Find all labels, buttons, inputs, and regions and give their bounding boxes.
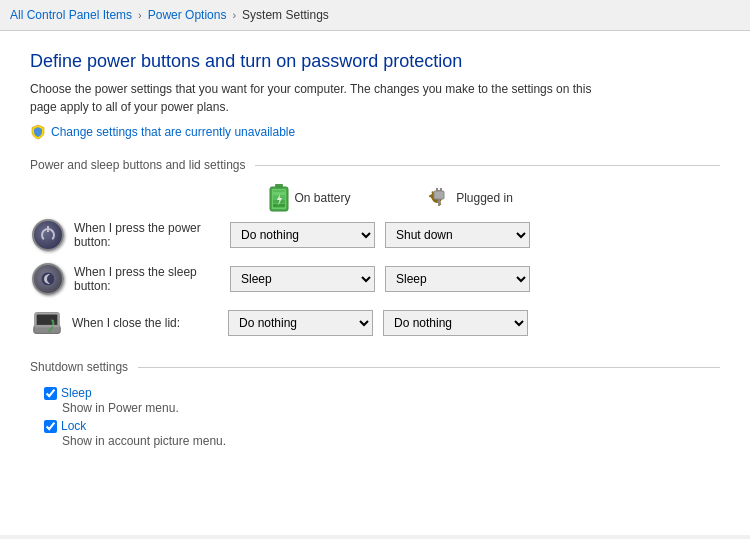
shutdown-section-header: Shutdown settings — [30, 360, 720, 374]
sleep-checkbox-wrapper: Sleep Show in Power menu. — [44, 386, 720, 415]
battery-icon — [269, 184, 289, 212]
svg-rect-7 — [273, 192, 285, 195]
sleep-button-row: When I press the sleep button: Do nothin… — [30, 260, 720, 298]
svg-point-13 — [41, 272, 55, 286]
change-settings-link[interactable]: Change settings that are currently unava… — [30, 124, 720, 140]
sleep-sublabel: Show in Power menu. — [62, 401, 720, 415]
main-content: Define power buttons and turn on passwor… — [0, 31, 750, 535]
breadcrumb-power-options[interactable]: Power Options — [148, 8, 227, 22]
sleep-battery-select[interactable]: Do nothing Sleep Hibernate Shut down Tur… — [230, 266, 375, 292]
lid-row: When I close the lid: Do nothing Sleep H… — [30, 304, 720, 342]
sleep-button-icon — [30, 261, 66, 297]
shutdown-section: Shutdown settings Sleep Show in Power me… — [30, 360, 720, 448]
breadcrumb-sep-2: › — [232, 9, 236, 21]
power-battery-select[interactable]: Do nothing Sleep Hibernate Shut down Tur… — [230, 222, 375, 248]
col-battery-label: On battery — [294, 191, 350, 205]
svg-rect-4 — [273, 204, 285, 207]
lid-icon — [30, 307, 64, 339]
lock-checkbox[interactable] — [44, 420, 57, 433]
shutdown-divider-line — [138, 367, 720, 368]
sleep-button-dropdowns: Do nothing Sleep Hibernate Shut down Tur… — [230, 266, 530, 292]
col-battery: On battery — [230, 184, 390, 212]
power-pluggedin-select[interactable]: Do nothing Sleep Hibernate Shut down Tur… — [385, 222, 530, 248]
lock-checkbox-wrapper: Lock Show in account picture menu. — [44, 419, 720, 448]
power-sleep-section-header: Power and sleep buttons and lid settings — [30, 158, 720, 172]
sleep-checkbox-row: Sleep — [44, 386, 720, 400]
breadcrumb-all-control-panel[interactable]: All Control Panel Items — [10, 8, 132, 22]
lock-checkbox-label[interactable]: Lock — [61, 419, 86, 433]
section-divider-line — [255, 165, 720, 166]
lock-sublabel: Show in account picture menu. — [62, 434, 720, 448]
breadcrumb-current: System Settings — [242, 8, 329, 22]
sleep-pluggedin-select[interactable]: Do nothing Sleep Hibernate Shut down Tur… — [385, 266, 530, 292]
shield-icon — [30, 124, 46, 140]
lid-dropdowns: Do nothing Sleep Hibernate Shut down Tur… — [228, 310, 528, 336]
sleep-button-label: When I press the sleep button: — [74, 265, 230, 293]
page-title: Define power buttons and turn on passwor… — [30, 51, 720, 72]
sleep-checkbox-label[interactable]: Sleep — [61, 386, 92, 400]
breadcrumb-sep-1: › — [138, 9, 142, 21]
power-button-icon — [30, 217, 66, 253]
svg-rect-10 — [434, 191, 444, 199]
plugin-icon — [427, 186, 451, 210]
change-settings-text: Change settings that are currently unava… — [51, 125, 295, 139]
col-pluggedin-label: Plugged in — [456, 191, 513, 205]
power-button-label: When I press the power button: — [74, 221, 230, 249]
breadcrumb: All Control Panel Items › Power Options … — [0, 0, 750, 31]
shutdown-items: Sleep Show in Power menu. Lock Show in a… — [44, 386, 720, 448]
sleep-checkbox[interactable] — [44, 387, 57, 400]
column-headers: On battery Plugged in — [230, 184, 720, 212]
shutdown-label: Shutdown settings — [30, 360, 134, 374]
power-button-row: When I press the power button: Do nothin… — [30, 216, 720, 254]
svg-rect-17 — [34, 325, 60, 327]
power-button-dropdowns: Do nothing Sleep Hibernate Shut down Tur… — [230, 222, 530, 248]
lid-battery-select[interactable]: Do nothing Sleep Hibernate Shut down Tur… — [228, 310, 373, 336]
lock-checkbox-row: Lock — [44, 419, 720, 433]
power-sleep-label: Power and sleep buttons and lid settings — [30, 158, 251, 172]
lid-pluggedin-select[interactable]: Do nothing Sleep Hibernate Shut down Tur… — [383, 310, 528, 336]
page-description: Choose the power settings that you want … — [30, 80, 610, 116]
col-pluggedin: Plugged in — [390, 186, 550, 210]
lid-label: When I close the lid: — [72, 316, 228, 330]
